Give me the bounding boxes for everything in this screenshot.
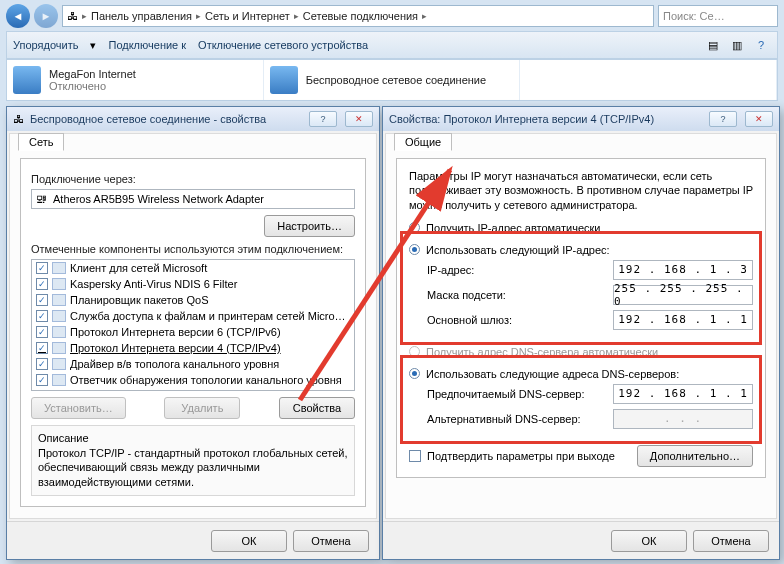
checkbox-icon[interactable]: ✓ (36, 262, 48, 274)
toolbar: Упорядочить ▾ Подключение к Отключение с… (6, 31, 778, 59)
ip-address-field[interactable]: 192 . 168 . 1 . 3 (613, 260, 753, 280)
view-icon[interactable]: ▤ (703, 35, 723, 55)
radio-static-ip[interactable] (409, 244, 420, 255)
component-icon (52, 294, 66, 306)
dns1-field[interactable]: 192 . 168 . 1 . 1 (613, 384, 753, 404)
component-icon (52, 342, 66, 354)
close-button[interactable]: ✕ (745, 111, 773, 127)
connection-item[interactable]: MegaFon Internet Отключено (7, 60, 264, 100)
checkbox-icon[interactable]: ✓ (36, 278, 48, 290)
checkbox-icon[interactable]: ✓ (36, 294, 48, 306)
checkbox-icon[interactable]: ✓ (36, 374, 48, 386)
organize-button[interactable]: Упорядочить (13, 39, 78, 51)
adapter-field: 🖳 Atheros AR5B95 Wireless Network Adapte… (31, 189, 355, 209)
dialog-title: Беспроводное сетевое соединение - свойст… (30, 113, 301, 125)
radio-auto-dns (409, 346, 420, 357)
cancel-button[interactable]: Отмена (293, 530, 369, 552)
install-button[interactable]: Установить… (31, 397, 126, 419)
component-icon (52, 358, 66, 370)
disable-device-button[interactable]: Отключение сетевого устройства (198, 39, 368, 51)
tab-general[interactable]: Общие (394, 133, 452, 151)
confirm-on-exit-checkbox[interactable] (409, 450, 421, 462)
component-icon (52, 262, 66, 274)
connect-to-button[interactable]: Подключение к (108, 39, 186, 51)
component-icon (52, 310, 66, 322)
connection-item-empty (520, 60, 777, 100)
adapter-icon: 🖳 (36, 193, 47, 205)
ok-button[interactable]: ОК (611, 530, 687, 552)
checkbox-icon[interactable]: ✓ (36, 326, 48, 338)
component-icon (52, 326, 66, 338)
connection-icon (270, 66, 298, 94)
advanced-button[interactable]: Дополнительно… (637, 445, 753, 467)
component-row[interactable]: ✓Kaspersky Anti-Virus NDIS 6 Filter (32, 276, 354, 292)
component-row[interactable]: ✓Служба доступа к файлам и принтерам сет… (32, 308, 354, 324)
tab-network[interactable]: Сеть (18, 133, 64, 151)
configure-button[interactable]: Настроить… (264, 215, 355, 237)
description-text: Протокол TCP/IP - стандартный протокол г… (38, 446, 348, 489)
component-row[interactable]: ✓Драйвер в/в тополога канального уровня (32, 356, 354, 372)
component-icon (52, 374, 66, 386)
preview-icon[interactable]: ▥ (727, 35, 747, 55)
cancel-button[interactable]: Отмена (693, 530, 769, 552)
checkbox-icon[interactable]: ✓ (36, 342, 48, 354)
breadcrumb[interactable]: 🖧 ▸ Панель управления ▸ Сеть и Интернет … (62, 5, 654, 27)
components-list[interactable]: ✓Клиент для сетей Microsoft✓Kaspersky An… (31, 259, 355, 391)
component-row[interactable]: ✓Клиент для сетей Microsoft (32, 260, 354, 276)
gateway-field[interactable]: 192 . 168 . 1 . 1 (613, 310, 753, 330)
radio-static-dns[interactable] (409, 368, 420, 379)
component-row[interactable]: ✓Протокол Интернета версии 6 (TCP/IPv6) (32, 324, 354, 340)
dns2-field[interactable]: . . . (613, 409, 753, 429)
subnet-mask-field[interactable]: 255 . 255 . 255 . 0 (613, 285, 753, 305)
description-header: Описание (38, 432, 348, 444)
connection-item[interactable]: Беспроводное сетевое соединение (264, 60, 521, 100)
intro-text: Параметры IP могут назначаться автоматич… (409, 169, 753, 212)
component-row[interactable]: ✓Ответчик обнаружения топологии канально… (32, 372, 354, 388)
remove-button: Удалить (164, 397, 240, 419)
search-input[interactable]: Поиск: Се… (658, 5, 778, 27)
help-button[interactable]: ? (709, 111, 737, 127)
component-row[interactable]: ✓Протокол Интернета версии 4 (TCP/IPv4) (32, 340, 354, 356)
nav-forward-button[interactable]: ► (34, 4, 58, 28)
connection-icon (13, 66, 41, 94)
help-button[interactable]: ? (309, 111, 337, 127)
help-icon[interactable]: ? (751, 35, 771, 55)
dialog-title: Свойства: Протокол Интернета версии 4 (T… (389, 113, 701, 125)
network-icon: 🖧 (13, 113, 24, 125)
close-button[interactable]: ✕ (345, 111, 373, 127)
network-icon: 🖧 (67, 10, 78, 22)
component-row[interactable]: ✓Планировщик пакетов QoS (32, 292, 354, 308)
component-icon (52, 278, 66, 290)
checkbox-icon[interactable]: ✓ (36, 310, 48, 322)
radio-auto-ip[interactable] (409, 222, 420, 233)
ok-button[interactable]: ОК (211, 530, 287, 552)
nav-back-button[interactable]: ◄ (6, 4, 30, 28)
properties-button[interactable]: Свойства (279, 397, 355, 419)
checkbox-icon[interactable]: ✓ (36, 358, 48, 370)
